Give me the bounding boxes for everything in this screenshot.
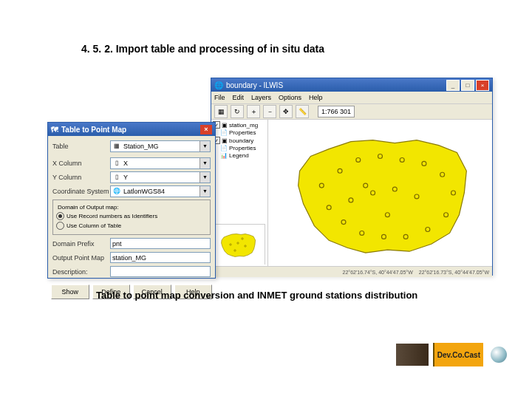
xcol-combo[interactable]: ▯ X ▼: [110, 157, 211, 169]
map-canvas[interactable]: [268, 120, 492, 266]
photo-thumb: [396, 344, 429, 366]
menu-layers[interactable]: Layers: [251, 94, 271, 101]
radio-label: Use Column of Table: [66, 222, 121, 229]
column-icon: ▯: [112, 159, 121, 168]
toolbar: ▦ ↻ ＋ － ✥ 📏 1:766 301: [211, 104, 492, 120]
output-value: station_MG: [112, 254, 146, 262]
domain-group: Domain of Output map: Use Record numbers…: [52, 200, 211, 235]
pan-icon[interactable]: ✥: [279, 105, 293, 118]
ycol-combo[interactable]: ▯ Y ▼: [110, 171, 211, 183]
layer-sub[interactable]: 📊Legend: [213, 152, 266, 159]
dropdown-icon[interactable]: ▼: [200, 158, 210, 168]
map-window-titlebar[interactable]: 🌐 boundary - ILWIS _ □ ×: [211, 78, 492, 92]
output-input[interactable]: station_MG: [110, 252, 211, 263]
radio-icon[interactable]: [56, 222, 64, 230]
xcol-value: X: [123, 160, 128, 167]
globe-icon: 🌐: [214, 81, 223, 89]
coord-combo[interactable]: 🌐 LatlonWGS84 ▼: [110, 185, 211, 197]
coord-value: LatlonWGS84: [123, 188, 165, 195]
maximize-button[interactable]: □: [461, 80, 474, 91]
zoom-out-icon[interactable]: －: [263, 105, 276, 118]
globe-icon: [491, 347, 507, 363]
layer-label: Properties: [229, 145, 256, 151]
desc-input[interactable]: [110, 266, 211, 277]
coord-label: Coordinate System: [52, 188, 110, 195]
menu-edit[interactable]: Edit: [233, 94, 245, 101]
section-heading: 4. 5. 2. Import table and processing of …: [81, 43, 324, 55]
close-button[interactable]: ×: [476, 80, 489, 91]
radio-icon[interactable]: [56, 212, 64, 220]
footer-logo: Dev.Co.Cast: [396, 343, 507, 366]
xcol-label: X Column: [52, 160, 110, 167]
brand-text: Dev.Co.Cast: [437, 351, 480, 359]
table-to-point-dialog: 🗺 Table to Point Map × Table ▦ Station_M…: [47, 122, 216, 279]
radio-record-ids[interactable]: Use Record numbers as Identifiers: [56, 212, 207, 220]
column-icon: ▯: [112, 173, 121, 182]
status-coord-right: 22°62'16.73°S, 40°44'47.05°W: [419, 270, 489, 275]
layer-label: Legend: [229, 152, 249, 159]
dropdown-icon[interactable]: ▼: [200, 186, 210, 197]
table-icon: ▦: [112, 142, 121, 151]
minimize-button[interactable]: _: [446, 80, 460, 91]
menu-bar: File Edit Layers Options Help: [211, 92, 492, 104]
menu-file[interactable]: File: [214, 94, 225, 101]
dropdown-icon[interactable]: ▼: [200, 172, 210, 183]
output-label: Output Point Map: [52, 254, 110, 262]
close-button[interactable]: ×: [200, 125, 212, 134]
dropdown-icon[interactable]: ▼: [200, 141, 210, 151]
brand-badge: Dev.Co.Cast: [433, 343, 483, 366]
globe-icon: 🌐: [112, 187, 121, 196]
table-combo[interactable]: ▦ Station_MG ▼: [110, 140, 211, 152]
prefix-value: pnt: [112, 240, 122, 248]
radio-label: Use Record numbers as Identifiers: [66, 213, 157, 219]
layer-item[interactable]: ✓▣boundary: [213, 137, 266, 144]
layer-sub[interactable]: 📄Properties: [213, 145, 266, 151]
layer-label: station_mg: [229, 122, 258, 129]
desc-label: Description:: [52, 268, 110, 276]
prefix-input[interactable]: pnt: [110, 238, 211, 249]
dialog-titlebar[interactable]: 🗺 Table to Point Map ×: [48, 123, 215, 136]
status-coord-left: 22°62'16.74°S, 40°44'47.05°W: [343, 270, 413, 275]
zoom-in-icon[interactable]: ＋: [247, 105, 260, 118]
ycol-label: Y Column: [52, 174, 110, 181]
overview-panel[interactable]: [211, 224, 265, 265]
menu-options[interactable]: Options: [279, 94, 301, 101]
prefix-label: Domain Prefix: [52, 240, 110, 248]
map-viewer-window: 🌐 boundary - ILWIS _ □ × File Edit Layer…: [211, 78, 493, 276]
scale-readout[interactable]: 1:766 301: [318, 106, 355, 117]
group-title: Domain of Output map:: [56, 204, 120, 211]
dialog-title: Table to Point Map: [61, 126, 126, 134]
radio-use-column[interactable]: Use Column of Table: [56, 222, 207, 230]
measure-icon[interactable]: 📏: [296, 105, 309, 118]
ycol-value: Y: [123, 174, 128, 181]
redraw-icon[interactable]: ↻: [231, 105, 244, 118]
layer-icon[interactable]: ▦: [214, 105, 228, 118]
map-window-title: boundary - ILWIS: [226, 81, 283, 89]
show-button[interactable]: Show: [51, 284, 89, 299]
layer-item[interactable]: ✓▣station_mg: [213, 121, 266, 129]
layer-sub[interactable]: 📄Properties: [213, 129, 266, 136]
table-value: Station_MG: [123, 143, 159, 150]
layer-label: boundary: [229, 137, 253, 144]
table-label: Table: [52, 143, 110, 150]
layer-label: Properties: [229, 129, 256, 136]
menu-help[interactable]: Help: [309, 94, 323, 101]
app-icon: 🗺: [51, 126, 58, 134]
figure-caption: Table to point map conversion and INMET …: [96, 290, 417, 301]
status-bar: 22°62'16.74°S, 40°44'47.05°W 22°62'16.73…: [211, 266, 492, 277]
